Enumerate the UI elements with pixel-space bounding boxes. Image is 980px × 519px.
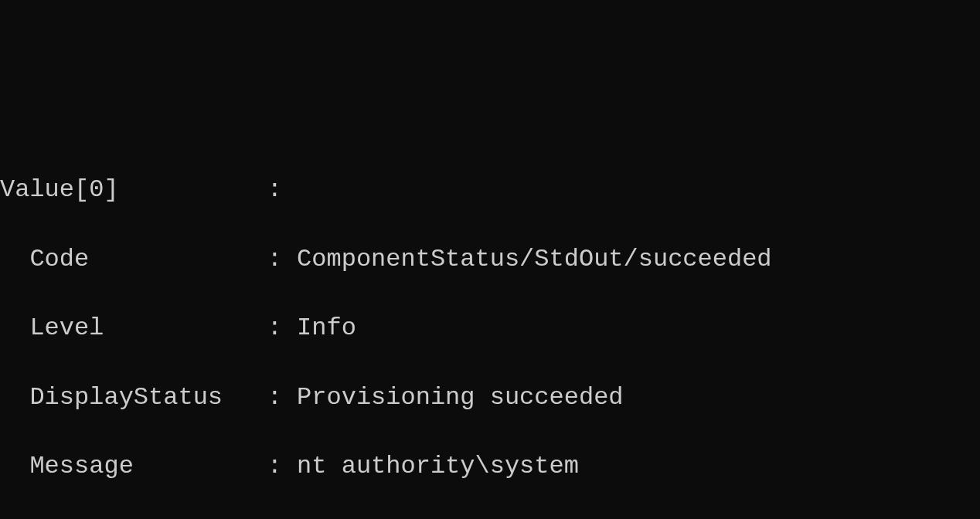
- output-line-value0-message: Message : nt authority\system: [0, 449, 980, 484]
- output-line-value0-level: Level : Info: [0, 311, 980, 346]
- output-line-value0-header: Value[0] :: [0, 173, 980, 208]
- terminal-output: Value[0] : Code : ComponentStatus/StdOut…: [0, 138, 980, 519]
- output-line-value0-code: Code : ComponentStatus/StdOut/succeeded: [0, 243, 980, 277]
- output-line-value0-displaystatus: DisplayStatus : Provisioning succeeded: [0, 381, 980, 416]
